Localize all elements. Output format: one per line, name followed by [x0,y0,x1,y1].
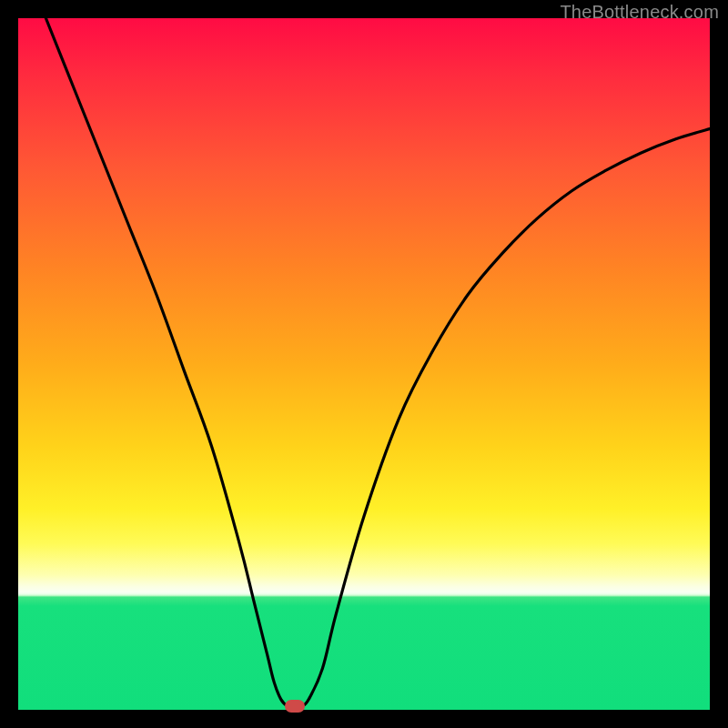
chart-area [18,18,710,710]
chart-gradient-background [18,18,710,710]
